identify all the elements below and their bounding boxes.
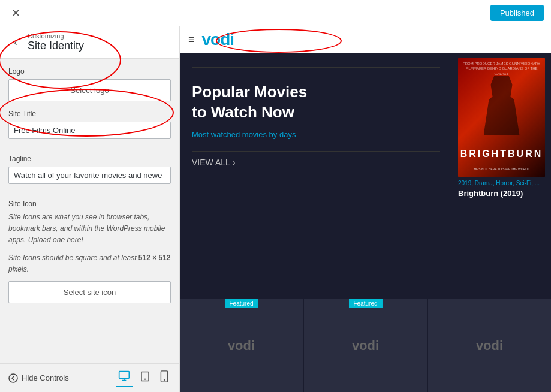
site-icon-desc2: Site Icons should be square and at least… [8, 252, 171, 275]
logo-label: Logo [8, 67, 171, 76]
sidebar-content: Logo Select logo Site Title Tagline Site… [0, 59, 179, 363]
svg-point-0 [9, 374, 17, 382]
view-all-text: VIEW ALL [192, 158, 230, 167]
site-title-section: Site Title [8, 110, 171, 147]
arrow-left-circle-icon [8, 373, 18, 383]
hide-controls-button[interactable]: Hide Controls [8, 373, 69, 383]
preview-area: ≡ vodi Popular Moviesto Watch Now Most w… [180, 26, 551, 392]
movie-poster: FROM PRODUCER JAMES GUNN VISIONARY FILMM… [458, 58, 545, 177]
main-title: Popular Moviesto Watch Now [192, 82, 384, 123]
movie-name: Brightburn (2019) [458, 189, 545, 198]
top-bar: ✕ Published [0, 0, 551, 26]
mobile-icon [160, 370, 168, 382]
customizing-label: Customizing [28, 32, 84, 40]
close-button[interactable]: ✕ [7, 5, 24, 22]
select-logo-button[interactable]: Select logo [8, 79, 171, 101]
site-icon-desc1: Site Icons are what you see in browser t… [8, 212, 171, 246]
card-vodi-logo-3: vodi [476, 338, 503, 354]
movie-card-3: vodi [428, 299, 551, 392]
tablet-view-button[interactable] [137, 369, 153, 387]
bottom-cards: Featured vodi Featured vodi vodi [180, 299, 551, 392]
movie-title-on-poster: BRIGHTBURN [458, 149, 545, 159]
mobile-view-button[interactable] [158, 369, 171, 387]
view-all-link[interactable]: VIEW ALL › [192, 151, 440, 167]
movie-poster-tagline: HE'S NOT HERE TO SAVE THE WORLD [458, 167, 545, 171]
back-button[interactable]: ‹ [8, 35, 23, 50]
site-title-input[interactable] [8, 122, 171, 139]
select-site-icon-button[interactable]: Select site icon [8, 281, 171, 303]
main-layout: ‹ Customizing Site Identity Logo Select … [0, 26, 551, 392]
section-label [192, 67, 440, 73]
tablet-icon [140, 370, 150, 382]
card-vodi-logo-2: vodi [352, 338, 379, 354]
card-vodi-logo-1: vodi [228, 338, 255, 354]
preview-header: ≡ vodi [180, 26, 551, 53]
hamburger-icon: ≡ [188, 34, 195, 46]
site-icon-section: Site Icon Site Icons are what you see in… [8, 200, 171, 303]
hide-controls-label: Hide Controls [22, 373, 69, 382]
featured-badge-2: Featured [348, 299, 382, 308]
movie-poster-top-text: FROM PRODUCER JAMES GUNN VISIONARY FILMM… [462, 61, 541, 76]
svg-rect-1 [119, 372, 130, 379]
movie-meta: 2019, Drama, Horror, Sci-Fi, ... [458, 180, 545, 186]
tagline-input[interactable] [8, 167, 171, 184]
sidebar-footer: Hide Controls [0, 363, 179, 392]
sidebar-header-text: Customizing Site Identity [28, 32, 84, 52]
section-title: Site Identity [28, 40, 84, 52]
logo-section: Logo Select logo [8, 67, 171, 101]
vodi-logo: vodi [202, 30, 234, 49]
movie-card-1: Featured vodi [180, 299, 303, 392]
sidebar-header: ‹ Customizing Site Identity [0, 26, 179, 59]
tagline-label: Tagline [8, 155, 171, 163]
sidebar: ‹ Customizing Site Identity Logo Select … [0, 26, 180, 392]
movie-card-2: Featured vodi [304, 299, 427, 392]
published-button[interactable]: Published [490, 5, 544, 21]
top-bar-left: ✕ [7, 5, 24, 22]
site-icon-label: Site Icon [8, 200, 171, 208]
subtitle: Most watched movies by days [192, 130, 440, 139]
desktop-view-button[interactable] [116, 369, 133, 387]
view-all-arrow-icon: › [233, 158, 236, 167]
site-title-label: Site Title [8, 110, 171, 118]
device-icons [116, 369, 171, 387]
tagline-section: Tagline [8, 155, 171, 192]
desktop-icon [118, 370, 130, 382]
featured-badge-1: Featured [224, 299, 258, 308]
